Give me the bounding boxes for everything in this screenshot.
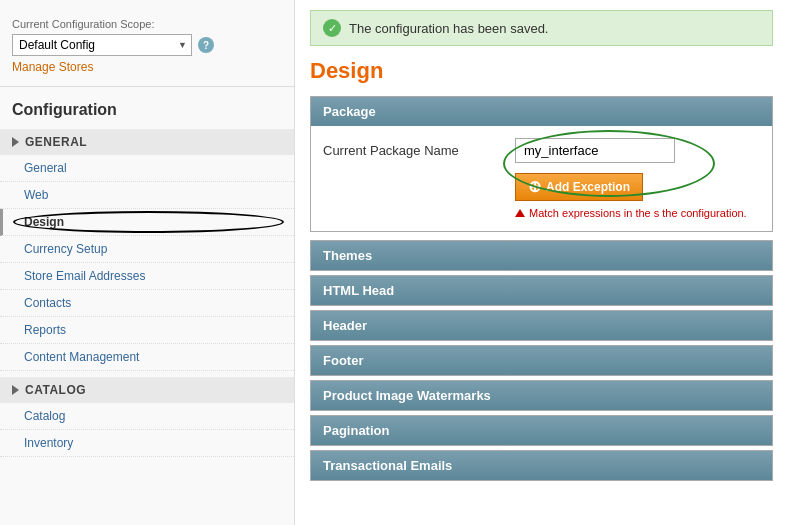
sidebar-item-currency-setup[interactable]: Currency Setup — [0, 236, 294, 263]
arrow-icon-catalog — [12, 385, 19, 395]
sidebar-item-catalog[interactable]: Catalog — [0, 403, 294, 430]
transactional-emails-section: Transactional Emails — [310, 450, 773, 481]
sidebar-item-inventory[interactable]: Inventory — [0, 430, 294, 457]
scope-label: Current Configuration Scope: — [12, 18, 282, 30]
sidebar-item-reports[interactable]: Reports — [0, 317, 294, 344]
sidebar-section-catalog[interactable]: CATALOG — [0, 377, 294, 403]
sidebar-section-general[interactable]: GENERAL — [0, 129, 294, 155]
sidebar-items-general: General Web Design Currency Setup Store … — [0, 155, 294, 371]
add-exception-label: Add Exception — [546, 180, 630, 194]
page-title: Design — [310, 58, 773, 84]
header-section-header[interactable]: Header — [311, 311, 772, 340]
sidebar-item-general[interactable]: General — [0, 155, 294, 182]
scope-section: Current Configuration Scope: Default Con… — [0, 10, 294, 87]
manage-stores-link[interactable]: Manage Stores — [12, 60, 93, 74]
pagination-header[interactable]: Pagination — [311, 416, 772, 445]
transactional-emails-header[interactable]: Transactional Emails — [311, 451, 772, 480]
help-icon[interactable]: ? — [198, 37, 214, 53]
themes-section: Themes — [310, 240, 773, 271]
success-icon: ✓ — [323, 19, 341, 37]
plus-icon: ⊕ — [528, 179, 541, 195]
package-label: Current Package Name — [323, 138, 503, 158]
sidebar-item-web[interactable]: Web — [0, 182, 294, 209]
success-text: The configuration has been saved. — [349, 21, 548, 36]
sidebar-section-general-label: GENERAL — [25, 135, 87, 149]
main-content: ✓ The configuration has been saved. Desi… — [295, 0, 788, 525]
match-note-text: Match expressions in the s the configura… — [529, 207, 747, 219]
themes-header[interactable]: Themes — [311, 241, 772, 270]
add-exception-button[interactable]: ⊕ Add Exception — [515, 173, 643, 201]
package-input-area: ⊕ Add Exception Match expressions in the… — [515, 138, 760, 219]
match-note: Match expressions in the s the configura… — [515, 207, 760, 219]
footer-header[interactable]: Footer — [311, 346, 772, 375]
config-title: Configuration — [0, 95, 294, 129]
html-head-section: HTML Head — [310, 275, 773, 306]
package-name-input[interactable] — [515, 138, 675, 163]
html-head-header[interactable]: HTML Head — [311, 276, 772, 305]
sidebar-item-contacts[interactable]: Contacts — [0, 290, 294, 317]
package-section-body: Current Package Name ⊕ Add Exception — [311, 126, 772, 231]
warning-triangle-icon — [515, 209, 525, 217]
input-wrapper — [515, 138, 675, 163]
header-section: Header — [310, 310, 773, 341]
sidebar-section-catalog-label: CATALOG — [25, 383, 86, 397]
footer-section: Footer — [310, 345, 773, 376]
arrow-icon — [12, 137, 19, 147]
package-section-header[interactable]: Package — [311, 97, 772, 126]
sidebar: Current Configuration Scope: Default Con… — [0, 0, 295, 525]
product-image-watermarks-header[interactable]: Product Image Watermarks — [311, 381, 772, 410]
sidebar-item-content-mgmt[interactable]: Content Management — [0, 344, 294, 371]
sidebar-item-design[interactable]: Design — [0, 209, 294, 236]
product-image-watermarks-section: Product Image Watermarks — [310, 380, 773, 411]
pagination-section: Pagination — [310, 415, 773, 446]
sidebar-items-catalog: Catalog Inventory — [0, 403, 294, 457]
sidebar-item-store-email[interactable]: Store Email Addresses — [0, 263, 294, 290]
success-message: ✓ The configuration has been saved. — [310, 10, 773, 46]
scope-select[interactable]: Default Config — [12, 34, 192, 56]
package-section: Package Current Package Name ⊕ Add Excep… — [310, 96, 773, 232]
